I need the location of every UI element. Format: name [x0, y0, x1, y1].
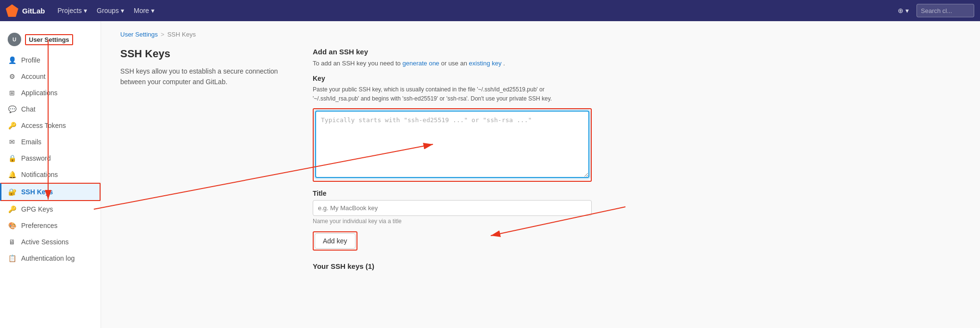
add-key-button-wrapper: Add key	[313, 231, 357, 251]
title-input[interactable]	[313, 200, 592, 216]
sidebar-item-label: Notifications	[21, 171, 58, 178]
page-title: SSH Keys	[120, 48, 284, 60]
sidebar-nav: 👤 Profile ⚙ Account ⊞ Applications 💬 Cha…	[0, 52, 101, 266]
right-column: Add an SSH key To add an SSH key you nee…	[313, 48, 592, 270]
sidebar-item-label: Applications	[21, 89, 58, 97]
key-textarea[interactable]	[315, 111, 589, 178]
nav-projects[interactable]: Projects ▾	[53, 0, 92, 21]
page-layout: U User Settings 👤 Profile ⚙ Account ⊞ Ap…	[0, 21, 980, 328]
add-ssh-section-title: Add an SSH key	[313, 48, 592, 56]
sidebar-item-label: Account	[21, 73, 46, 80]
applications-icon: ⊞	[8, 88, 16, 97]
add-ssh-description: To add an SSH key you need to generate o…	[313, 59, 592, 69]
sidebar-item-label: Active Sessions	[21, 238, 69, 246]
existing-key-link[interactable]: existing key	[469, 60, 502, 67]
sidebar-item-ssh-keys[interactable]: 🔐 SSH Keys	[0, 183, 101, 201]
breadcrumb-separator: >	[161, 31, 165, 38]
breadcrumb-current: SSH Keys	[167, 31, 196, 38]
sidebar-item-label: Emails	[21, 138, 41, 146]
top-navigation: GitLab Projects ▾ Groups ▾ More ▾ ⊕ ▾	[0, 0, 980, 21]
sidebar-item-chat[interactable]: 💬 Chat	[0, 101, 101, 117]
sidebar-item-preferences[interactable]: 🎨 Preferences	[0, 217, 101, 234]
ssh-keys-icon: 🔐	[8, 188, 16, 196]
sidebar-item-label: SSH Keys	[21, 188, 53, 196]
key-field-label: Key	[313, 75, 592, 82]
left-column: SSH Keys SSH keys allow you to establish…	[120, 48, 284, 88]
preferences-icon: 🎨	[8, 221, 16, 230]
breadcrumb: User Settings > SSH Keys	[120, 31, 961, 38]
sidebar-item-password[interactable]: 🔒 Password	[0, 150, 101, 166]
sidebar-item-profile[interactable]: 👤 Profile	[0, 52, 101, 68]
sidebar-item-label: Password	[21, 154, 51, 162]
main-content: User Settings > SSH Keys SSH Keys SSH ke…	[101, 21, 980, 328]
search-input[interactable]	[916, 4, 974, 17]
add-key-button[interactable]: Add key	[315, 233, 356, 249]
gitlab-logo-text: GitLab	[22, 7, 45, 15]
sidebar-item-emails[interactable]: ✉ Emails	[0, 134, 101, 150]
chevron-down-icon: ▾	[121, 7, 124, 14]
chevron-down-icon: ▾	[84, 7, 87, 14]
sidebar-item-label: Chat	[21, 105, 36, 113]
your-ssh-keys-title: Your SSH keys (1)	[313, 262, 592, 270]
sidebar-item-label: Authentication log	[21, 254, 75, 262]
password-icon: 🔒	[8, 154, 16, 163]
notifications-icon: 🔔	[8, 170, 16, 179]
content-area: SSH Keys SSH keys allow you to establish…	[120, 48, 961, 270]
sidebar-item-account[interactable]: ⚙ Account	[0, 68, 101, 85]
sidebar-item-label: Profile	[21, 56, 40, 64]
account-icon: ⚙	[8, 72, 16, 81]
sidebar-header: U User Settings	[0, 29, 101, 52]
avatar: U	[8, 33, 21, 46]
title-field-label: Title	[313, 189, 592, 197]
sidebar-item-applications[interactable]: ⊞ Applications	[0, 85, 101, 101]
access-tokens-icon: 🔑	[8, 121, 16, 130]
nav-more[interactable]: More ▾	[129, 0, 159, 21]
sidebar-title: User Settings	[25, 34, 73, 45]
active-sessions-icon: 🖥	[8, 238, 16, 246]
key-textarea-wrapper	[313, 108, 592, 182]
plus-button[interactable]: ⊕ ▾	[894, 0, 913, 21]
gitlab-logo[interactable]: GitLab	[6, 4, 45, 17]
nav-right-actions: ⊕ ▾	[894, 0, 974, 21]
sidebar-item-active-sessions[interactable]: 🖥 Active Sessions	[0, 234, 101, 250]
gpg-keys-icon: 🔑	[8, 205, 16, 214]
sidebar-item-label: GPG Keys	[21, 205, 53, 213]
sidebar-item-access-tokens[interactable]: 🔑 Access Tokens	[0, 117, 101, 134]
page-description: SSH keys allow you to establish a secure…	[120, 66, 284, 88]
title-hint: Name your individual key via a title	[313, 218, 592, 225]
sidebar: U User Settings 👤 Profile ⚙ Account ⊞ Ap…	[0, 21, 101, 328]
key-field-hint: Paste your public SSH key, which is usua…	[313, 85, 592, 103]
auth-log-icon: 📋	[8, 254, 16, 263]
sidebar-item-auth-log[interactable]: 📋 Authentication log	[0, 250, 101, 266]
sidebar-item-notifications[interactable]: 🔔 Notifications	[0, 166, 101, 183]
emails-icon: ✉	[8, 138, 16, 146]
sidebar-item-gpg-keys[interactable]: 🔑 GPG Keys	[0, 201, 101, 217]
chat-icon: 💬	[8, 105, 16, 114]
nav-groups[interactable]: Groups ▾	[92, 0, 129, 21]
breadcrumb-parent[interactable]: User Settings	[120, 31, 158, 38]
chevron-down-icon: ▾	[151, 7, 154, 14]
gitlab-logo-icon	[6, 4, 18, 17]
generate-one-link[interactable]: generate one	[402, 60, 439, 67]
sidebar-item-label: Access Tokens	[21, 122, 66, 129]
sidebar-item-label: Preferences	[21, 222, 57, 229]
profile-icon: 👤	[8, 56, 16, 64]
plus-icon: ⊕ ▾	[898, 7, 909, 14]
